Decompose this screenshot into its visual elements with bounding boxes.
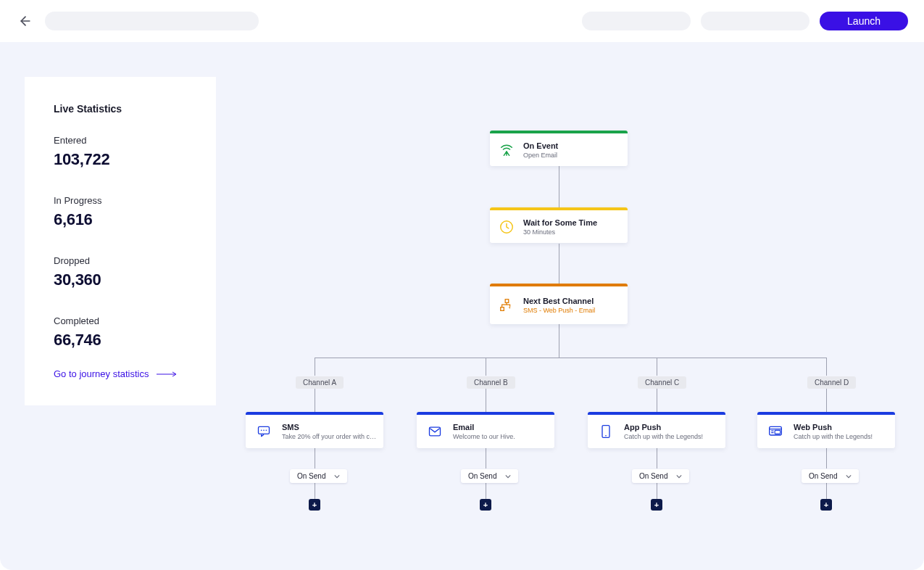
node-apppush[interactable]: App Push Catch up with the Legends! bbox=[588, 412, 725, 448]
svg-point-8 bbox=[266, 430, 267, 431]
back-button[interactable] bbox=[16, 12, 35, 30]
add-node-d[interactable]: + bbox=[820, 499, 832, 511]
email-icon bbox=[426, 424, 444, 439]
launch-button[interactable]: Launch bbox=[820, 12, 908, 30]
clock-icon bbox=[499, 219, 515, 235]
node-email[interactable]: Email Welcome to our Hive. bbox=[417, 412, 554, 448]
node-title: On Event bbox=[523, 141, 558, 150]
arrow-right-icon bbox=[157, 371, 178, 377]
action-placeholder-1 bbox=[582, 12, 691, 30]
channel-label-d: Channel D bbox=[807, 376, 856, 389]
stat-label: In Progress bbox=[54, 195, 187, 206]
node-title: Email bbox=[453, 423, 515, 431]
stat-label: Dropped bbox=[54, 255, 187, 266]
svg-rect-4 bbox=[501, 307, 504, 311]
webpush-icon bbox=[767, 424, 784, 439]
title-placeholder bbox=[45, 12, 259, 30]
send-label: On Send bbox=[639, 472, 667, 480]
action-placeholder-2 bbox=[701, 12, 809, 30]
branch-icon bbox=[499, 297, 515, 313]
send-drop-a[interactable]: On Send bbox=[290, 469, 347, 483]
stat-value: 30,360 bbox=[54, 270, 187, 289]
node-sub: Take 20% off your order with code ... bbox=[282, 433, 376, 440]
send-label: On Send bbox=[297, 472, 325, 480]
chevron-down-icon bbox=[334, 474, 340, 479]
node-sub: 30 Minutes bbox=[523, 228, 597, 236]
send-label: On Send bbox=[468, 472, 496, 480]
chevron-down-icon bbox=[676, 474, 682, 479]
node-title: App Push bbox=[624, 423, 703, 431]
node-sms[interactable]: SMS Take 20% off your order with code ..… bbox=[246, 412, 383, 448]
node-title: Next Best Channel bbox=[523, 297, 595, 305]
svg-point-11 bbox=[605, 435, 607, 437]
stats-link[interactable]: Go to journey statistics bbox=[54, 368, 187, 379]
svg-rect-14 bbox=[775, 430, 781, 434]
stat-label: Completed bbox=[54, 315, 187, 326]
stat-label: Entered bbox=[54, 135, 187, 146]
add-node-a[interactable]: + bbox=[309, 499, 320, 511]
node-event[interactable]: On Event Open Email bbox=[490, 131, 628, 166]
send-drop-b[interactable]: On Send bbox=[461, 469, 518, 483]
node-sub: Catch up with the Legends! bbox=[624, 433, 703, 440]
node-sub: Open Email bbox=[523, 152, 558, 159]
send-drop-c[interactable]: On Send bbox=[632, 469, 689, 483]
node-sub: SMS - Web Push - Email bbox=[523, 307, 595, 314]
svg-point-7 bbox=[263, 430, 265, 431]
node-nbc[interactable]: Next Best Channel SMS - Web Push - Email bbox=[490, 284, 628, 324]
stat-value: 66,746 bbox=[54, 331, 187, 350]
channel-label-b: Channel B bbox=[467, 376, 515, 389]
stats-panel: Live Statistics Entered 103,722 In Progr… bbox=[25, 77, 216, 405]
node-wait[interactable]: Wait for Some Time 30 Minutes bbox=[490, 207, 628, 243]
add-node-b[interactable]: + bbox=[480, 499, 491, 511]
node-title: SMS bbox=[282, 423, 376, 431]
stat-entered: Entered 103,722 bbox=[54, 135, 187, 169]
sms-icon bbox=[255, 424, 272, 439]
node-webpush[interactable]: Web Push Catch up with the Legends! bbox=[757, 412, 895, 448]
stat-in-progress: In Progress 6,616 bbox=[54, 195, 187, 229]
send-label: On Send bbox=[809, 472, 837, 480]
node-sub: Welcome to our Hive. bbox=[453, 433, 515, 440]
send-drop-d[interactable]: On Send bbox=[802, 469, 859, 483]
arrow-left-icon bbox=[18, 14, 33, 28]
node-title: Web Push bbox=[794, 423, 873, 431]
channel-label-c: Channel C bbox=[638, 376, 686, 389]
node-sub: Catch up with the Legends! bbox=[794, 433, 873, 440]
add-node-c[interactable]: + bbox=[651, 499, 662, 511]
phone-icon bbox=[599, 423, 613, 440]
svg-rect-3 bbox=[505, 300, 509, 303]
topbar: Launch bbox=[0, 0, 924, 42]
stat-value: 6,616 bbox=[54, 210, 187, 229]
chevron-down-icon bbox=[505, 474, 511, 479]
stat-completed: Completed 66,746 bbox=[54, 315, 187, 350]
chevron-down-icon bbox=[846, 474, 852, 479]
channel-label-a: Channel A bbox=[296, 376, 344, 389]
svg-point-6 bbox=[261, 430, 262, 431]
stats-link-label: Go to journey statistics bbox=[54, 368, 149, 379]
stat-value: 103,722 bbox=[54, 150, 187, 169]
stats-title: Live Statistics bbox=[54, 103, 187, 115]
stat-dropped: Dropped 30,360 bbox=[54, 255, 187, 289]
node-title: Wait for Some Time bbox=[523, 218, 597, 227]
event-icon bbox=[499, 142, 515, 158]
journey-canvas: Live Statistics Entered 103,722 In Progr… bbox=[0, 42, 924, 570]
